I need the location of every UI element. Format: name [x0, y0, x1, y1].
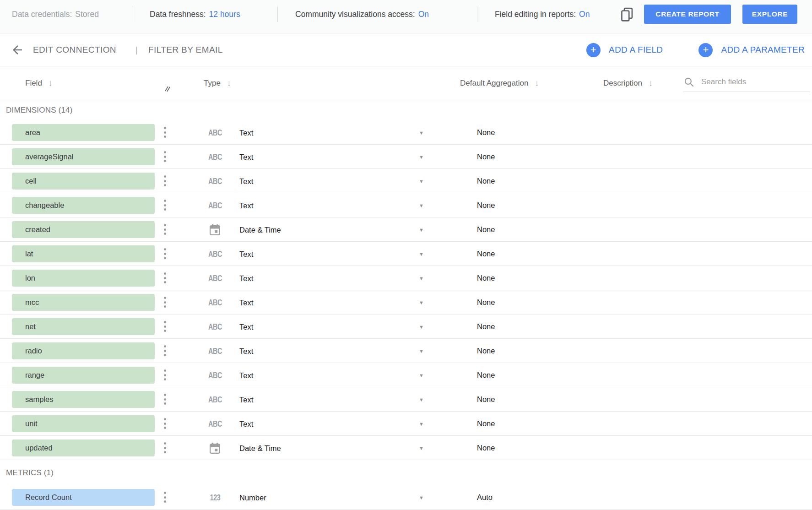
more-options-icon[interactable]	[162, 295, 168, 309]
type-label: Text	[239, 201, 253, 210]
aggregation-value[interactable]: None	[477, 201, 495, 210]
more-options-icon[interactable]	[162, 246, 168, 261]
field-name-chip[interactable]: cell	[12, 173, 155, 190]
aggregation-value[interactable]: None	[477, 347, 495, 355]
type-dropdown[interactable]: ABC Text ▼	[200, 266, 430, 290]
more-options-icon[interactable]	[162, 392, 168, 407]
aggregation-value[interactable]: None	[477, 395, 495, 404]
column-header-field[interactable]: Field ↓	[25, 66, 53, 100]
column-header-description[interactable]: Description ↓	[603, 66, 653, 100]
aggregation-value[interactable]: None	[477, 152, 495, 161]
type-dropdown[interactable]: ABC Text ▼	[200, 339, 430, 363]
more-options-icon[interactable]	[162, 490, 168, 505]
type-label: Number	[239, 493, 266, 502]
field-name-chip[interactable]: area	[12, 124, 155, 141]
more-options-icon[interactable]	[162, 174, 168, 188]
field-name-label: samples	[12, 391, 155, 408]
field-name-chip[interactable]: changeable	[12, 197, 155, 214]
field-name-chip[interactable]: created	[12, 221, 155, 238]
aggregation-value[interactable]: None	[477, 177, 495, 185]
add-a-parameter-button[interactable]: + ADD A PARAMETER	[698, 43, 805, 57]
field-editing-setting[interactable]: Field editing in reports: On	[495, 0, 590, 28]
data-freshness-value[interactable]: 12 hours	[209, 10, 240, 19]
more-options-icon[interactable]	[162, 198, 168, 212]
field-name-label: unit	[12, 415, 155, 432]
field-editing-value[interactable]: On	[579, 10, 590, 19]
search-fields-box[interactable]	[683, 72, 810, 92]
type-dropdown[interactable]: ABC Text ▼	[200, 387, 430, 412]
edit-connection-link[interactable]: EDIT CONNECTION	[33, 33, 116, 66]
field-name-chip[interactable]: updated	[12, 439, 155, 456]
section-title: METRICS (1)	[0, 460, 812, 485]
aggregation-value[interactable]: None	[477, 444, 495, 452]
column-resize-handle[interactable]	[164, 86, 171, 95]
aggregation-value[interactable]: None	[477, 419, 495, 428]
more-options-icon[interactable]	[162, 319, 168, 334]
field-name-chip[interactable]: samples	[12, 391, 155, 408]
data-freshness-label: Data freshness:	[150, 10, 206, 19]
aggregation-value[interactable]: None	[477, 250, 495, 258]
more-options-icon[interactable]	[162, 416, 168, 431]
data-credentials-status[interactable]: Data credentials: Stored	[12, 0, 99, 28]
community-visualizations-label: Community visualizations access:	[295, 10, 415, 19]
type-dropdown[interactable]: ABC Text ▼	[200, 120, 430, 145]
more-options-icon[interactable]	[162, 343, 168, 358]
type-dropdown[interactable]: ABC Text ▼	[200, 169, 430, 193]
community-visualizations-setting[interactable]: Community visualizations access: On	[295, 0, 429, 28]
field-name-chip[interactable]: radio	[12, 342, 155, 359]
field-name-chip[interactable]: averageSignal	[12, 148, 155, 165]
divider	[133, 6, 133, 22]
field-name-chip[interactable]: range	[12, 367, 155, 384]
sort-arrow-icon[interactable]: ↓	[49, 78, 53, 88]
filter-by-email-link[interactable]: FILTER BY EMAIL	[148, 33, 223, 66]
sort-arrow-icon[interactable]: ↓	[535, 78, 539, 88]
column-header-aggregation[interactable]: Default Aggregation ↓	[460, 66, 539, 100]
type-dropdown[interactable]: Date & Time ▼	[200, 436, 430, 460]
create-report-button[interactable]: CREATE REPORT	[644, 5, 731, 24]
more-options-icon[interactable]	[162, 125, 168, 140]
more-options-icon[interactable]	[162, 271, 168, 285]
type-dropdown[interactable]: ABC Text ▼	[200, 412, 430, 436]
community-visualizations-value[interactable]: On	[418, 10, 429, 19]
text-type-icon: ABC	[203, 176, 227, 186]
add-a-field-button[interactable]: + ADD A FIELD	[586, 43, 663, 57]
aggregation-value[interactable]: None	[477, 298, 495, 307]
sort-arrow-icon[interactable]: ↓	[649, 78, 653, 88]
data-freshness-setting[interactable]: Data freshness: 12 hours	[150, 0, 240, 28]
back-arrow-icon[interactable]	[10, 43, 25, 57]
type-dropdown[interactable]: ABC Text ▼	[200, 242, 430, 266]
aggregation-value[interactable]: None	[477, 322, 495, 331]
more-options-icon[interactable]	[162, 440, 168, 455]
explore-button[interactable]: EXPLORE	[742, 5, 797, 24]
type-dropdown[interactable]: Date & Time ▼	[200, 217, 430, 242]
type-dropdown[interactable]: ABC Text ▼	[200, 290, 430, 315]
type-dropdown[interactable]: ABC Text ▼	[200, 315, 430, 339]
more-options-icon[interactable]	[162, 368, 168, 382]
field-name-chip[interactable]: net	[12, 318, 155, 335]
type-label: Text	[239, 395, 253, 404]
field-name-chip[interactable]: lon	[12, 270, 155, 287]
type-dropdown[interactable]: ABC Text ▼	[200, 145, 430, 169]
dropdown-arrow-icon: ▼	[419, 421, 424, 427]
sort-arrow-icon[interactable]: ↓	[227, 78, 232, 88]
field-name-chip[interactable]: lat	[12, 245, 155, 262]
plus-icon: +	[698, 43, 713, 57]
type-dropdown[interactable]: ABC Text ▼	[200, 363, 430, 387]
aggregation-value[interactable]: None	[477, 274, 495, 282]
copy-icon[interactable]	[619, 6, 635, 23]
dropdown-arrow-icon: ▼	[419, 154, 424, 160]
type-dropdown[interactable]: ABC Text ▼	[200, 193, 430, 217]
field-name-chip[interactable]: mcc	[12, 294, 155, 311]
aggregation-value[interactable]: None	[477, 128, 495, 137]
search-fields-input[interactable]	[700, 77, 796, 87]
more-options-icon[interactable]	[162, 149, 168, 164]
field-name-chip[interactable]: Record Count	[12, 489, 155, 506]
aggregation-value[interactable]: None	[477, 371, 495, 380]
field-name-chip[interactable]: unit	[12, 415, 155, 432]
aggregation-value[interactable]: None	[477, 225, 495, 234]
text-type-icon: ABC	[203, 249, 227, 259]
column-header-type[interactable]: Type ↓	[204, 66, 231, 100]
aggregation-value[interactable]: Auto	[477, 493, 493, 502]
more-options-icon[interactable]	[162, 222, 168, 237]
type-dropdown[interactable]: 123 Number ▼	[200, 485, 430, 510]
